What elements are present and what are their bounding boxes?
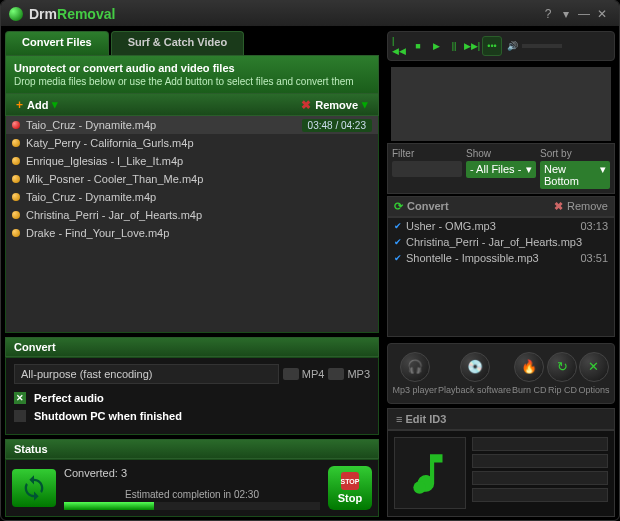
video-icon: [283, 368, 299, 380]
left-panel: Convert Files Surf & Catch Video Unprote…: [1, 27, 383, 521]
file-name: Katy_Perry - California_Gurls.m4p: [26, 137, 372, 149]
list-item[interactable]: Taio_Cruz - Dynamite.m4p 03:48 / 04:23: [6, 116, 378, 134]
id3-field[interactable]: [472, 437, 608, 451]
titlebar: Drm Removal ? ▾ — ✕: [1, 1, 619, 27]
shutdown-checkbox[interactable]: Shutdown PC when finished: [14, 410, 370, 422]
list-item[interactable]: Taio_Cruz - Dynamite.m4p: [6, 188, 378, 206]
plus-icon: +: [16, 98, 23, 112]
stop-sign-icon: STOP: [341, 472, 359, 490]
check-icon: ✔: [394, 253, 402, 263]
panel-heading: Unprotect or convert audio and video fil…: [14, 62, 370, 74]
rip-icon: ↻: [547, 352, 577, 382]
format-mp3[interactable]: MP3: [328, 368, 370, 380]
checkbox-icon: ✕: [14, 392, 26, 404]
list-item[interactable]: ✔Shontelle - Impossible.mp303:51: [388, 250, 614, 266]
play-button[interactable]: ▶: [428, 38, 444, 54]
queue-name: Shontelle - Impossible.mp3: [406, 252, 580, 264]
stop-playback-button[interactable]: ■: [410, 38, 426, 54]
queue-toolbar: Convert ✖Remove: [387, 196, 615, 217]
list-item[interactable]: Enrique_Iglesias - I_Like_It.m4p: [6, 152, 378, 170]
right-panel: |◀◀ ■ ▶ || ▶▶| ••• 🔊 Filter Show - All F…: [383, 27, 619, 521]
next-button[interactable]: ▶▶|: [464, 38, 480, 54]
status-bullet-icon: [12, 193, 20, 201]
format-mp4[interactable]: MP4: [283, 368, 325, 380]
status-bullet-icon: [12, 139, 20, 147]
tool-options[interactable]: ✕Options: [578, 352, 609, 395]
convert-section-head: Convert: [5, 337, 379, 357]
tool-launcher: 🎧Mp3 player 💿Playback software 🔥Burn CD …: [387, 343, 615, 404]
title-part1: Drm: [29, 6, 57, 22]
file-name: Taio_Cruz - Dynamite.m4p: [26, 191, 372, 203]
tools-icon: ✕: [579, 352, 609, 382]
edit-id3-body: [387, 430, 615, 518]
file-name: Enrique_Iglesias - I_Like_It.m4p: [26, 155, 372, 167]
perfect-audio-checkbox[interactable]: ✕ Perfect audio: [14, 392, 370, 404]
tool-burn-cd[interactable]: 🔥Burn CD: [512, 352, 547, 395]
panel-subtext: Drop media files below or use the Add bu…: [14, 76, 370, 87]
edit-id3-head: ≡ Edit ID3: [387, 408, 615, 430]
svg-point-0: [413, 481, 426, 494]
remove-button[interactable]: ✖ Remove ▾: [291, 94, 378, 115]
id3-field[interactable]: [472, 471, 608, 485]
converted-label: Converted:: [64, 467, 118, 479]
queue-list[interactable]: ✔Usher - OMG.mp303:13 ✔Christina_Perri -…: [387, 217, 615, 337]
list-item[interactable]: ✔Christina_Perri - Jar_of_Hearts.mp3: [388, 234, 614, 250]
convert-queue-label[interactable]: Convert: [394, 200, 554, 213]
stop-label: Stop: [338, 492, 362, 504]
preset-select[interactable]: All-purpose (fast encoding): [14, 364, 279, 384]
tab-surf-catch[interactable]: Surf & Catch Video: [111, 31, 244, 55]
list-item[interactable]: Christina_Perri - Jar_of_Hearts.m4p: [6, 206, 378, 224]
list-item[interactable]: Mik_Posner - Cooler_Than_Me.m4p: [6, 170, 378, 188]
file-name: Drake - Find_Your_Love.m4p: [26, 227, 372, 239]
tool-mp3-player[interactable]: 🎧Mp3 player: [392, 352, 437, 395]
playlist-button[interactable]: •••: [482, 36, 502, 56]
filter-input[interactable]: [392, 161, 462, 177]
queue-name: Usher - OMG.mp3: [406, 220, 580, 232]
queue-dur: 03:51: [580, 252, 608, 264]
show-label: Show: [466, 148, 536, 159]
prev-button[interactable]: |◀◀: [392, 38, 408, 54]
status-section-head: Status: [5, 439, 379, 459]
show-select[interactable]: - All Files -▾: [466, 161, 536, 178]
status-text: Converted: 3 Estimated completion in 02:…: [64, 467, 320, 510]
refresh-icon: [12, 469, 56, 507]
player-controls: |◀◀ ■ ▶ || ▶▶| ••• 🔊: [387, 31, 615, 61]
status-bullet-icon: [12, 175, 20, 183]
list-item[interactable]: Drake - Find_Your_Love.m4p: [6, 224, 378, 242]
add-button[interactable]: + Add ▾: [6, 94, 68, 115]
seek-slider[interactable]: [391, 67, 611, 141]
close-button[interactable]: ✕: [593, 7, 611, 21]
stop-button[interactable]: STOP Stop: [328, 466, 372, 510]
queue-name: Christina_Perri - Jar_of_Hearts.mp3: [406, 236, 608, 248]
menu-caret-icon[interactable]: ▾: [557, 7, 575, 21]
tool-rip-cd[interactable]: ↻Rip CD: [547, 352, 577, 395]
id3-field[interactable]: [472, 454, 608, 468]
sort-label: Sort by: [540, 148, 610, 159]
id3-field[interactable]: [472, 488, 608, 502]
volume-icon[interactable]: 🔊: [504, 38, 520, 54]
tool-playback-software[interactable]: 💿Playback software: [438, 352, 511, 395]
converted-count: 3: [121, 467, 127, 479]
list-item[interactable]: ✔Usher - OMG.mp303:13: [388, 218, 614, 234]
title-part2: Removal: [57, 6, 115, 22]
headphones-icon: 🎧: [400, 352, 430, 382]
volume-slider[interactable]: [522, 44, 562, 48]
queue-remove-button[interactable]: ✖Remove: [554, 200, 608, 213]
help-button[interactable]: ?: [539, 7, 557, 21]
pause-button[interactable]: ||: [446, 38, 462, 54]
status-bullet-icon: [12, 211, 20, 219]
minimize-button[interactable]: —: [575, 7, 593, 21]
tab-convert-files[interactable]: Convert Files: [5, 31, 109, 55]
checkbox-icon: [14, 410, 26, 422]
tabs: Convert Files Surf & Catch Video: [5, 31, 379, 55]
chevron-down-icon: ▾: [362, 98, 368, 111]
file-list[interactable]: Taio_Cruz - Dynamite.m4p 03:48 / 04:23 K…: [5, 116, 379, 333]
convert-section: All-purpose (fast encoding) MP4 MP3 ✕ Pe…: [5, 357, 379, 435]
status-bullet-icon: [12, 157, 20, 165]
chevron-down-icon: ▾: [526, 163, 532, 176]
list-item[interactable]: Katy_Perry - California_Gurls.m4p: [6, 134, 378, 152]
sort-select[interactable]: New Bottom▾: [540, 161, 610, 189]
check-icon: ✔: [394, 237, 402, 247]
x-icon: ✖: [301, 98, 311, 112]
chevron-down-icon: ▾: [52, 98, 58, 111]
